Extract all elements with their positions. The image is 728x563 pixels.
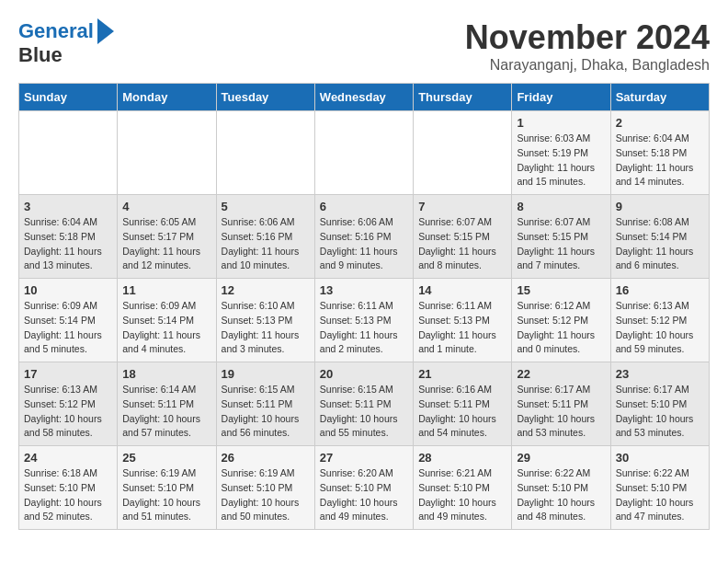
day-info: Sunrise: 6:07 AM Sunset: 5:15 PM Dayligh… (418, 215, 506, 273)
day-number: 10 (24, 283, 112, 297)
day-info: Sunrise: 6:09 AM Sunset: 5:14 PM Dayligh… (122, 299, 210, 357)
calendar-cell: 7Sunrise: 6:07 AM Sunset: 5:15 PM Daylig… (414, 195, 512, 279)
calendar-cell: 2Sunrise: 6:04 AM Sunset: 5:18 PM Daylig… (610, 111, 709, 195)
logo-arrow-icon (97, 18, 114, 44)
day-info: Sunrise: 6:19 AM Sunset: 5:10 PM Dayligh… (122, 466, 210, 524)
calendar-cell: 10Sunrise: 6:09 AM Sunset: 5:14 PM Dayli… (19, 279, 118, 362)
day-info: Sunrise: 6:11 AM Sunset: 5:13 PM Dayligh… (418, 299, 506, 357)
day-info: Sunrise: 6:15 AM Sunset: 5:11 PM Dayligh… (320, 383, 408, 441)
day-number: 3 (24, 200, 112, 213)
logo: General Blue (18, 18, 114, 66)
calendar-cell: 20Sunrise: 6:15 AM Sunset: 5:11 PM Dayli… (314, 362, 413, 446)
calendar-cell (414, 111, 512, 195)
header-thursday: Thursday (414, 84, 512, 111)
header-tuesday: Tuesday (216, 84, 314, 111)
calendar-cell (19, 111, 118, 195)
day-info: Sunrise: 6:05 AM Sunset: 5:17 PM Dayligh… (122, 215, 210, 273)
day-number: 29 (517, 451, 605, 465)
day-number: 20 (320, 367, 408, 381)
calendar-cell: 29Sunrise: 6:22 AM Sunset: 5:10 PM Dayli… (512, 446, 610, 530)
calendar-cell (314, 111, 413, 195)
week-row-4: 17Sunrise: 6:13 AM Sunset: 5:12 PM Dayli… (19, 362, 710, 446)
calendar-cell: 26Sunrise: 6:19 AM Sunset: 5:10 PM Dayli… (216, 446, 314, 530)
calendar-cell: 18Sunrise: 6:14 AM Sunset: 5:11 PM Dayli… (118, 362, 216, 446)
day-number: 1 (517, 116, 605, 130)
calendar-cell: 14Sunrise: 6:11 AM Sunset: 5:13 PM Dayli… (414, 279, 512, 362)
calendar-cell: 6Sunrise: 6:06 AM Sunset: 5:16 PM Daylig… (314, 195, 413, 279)
calendar-cell: 9Sunrise: 6:08 AM Sunset: 5:14 PM Daylig… (610, 195, 709, 279)
day-info: Sunrise: 6:07 AM Sunset: 5:15 PM Dayligh… (517, 215, 605, 273)
day-number: 28 (418, 451, 506, 465)
day-number: 21 (418, 367, 506, 381)
calendar-cell: 27Sunrise: 6:20 AM Sunset: 5:10 PM Dayli… (314, 446, 413, 530)
day-number: 16 (616, 283, 704, 297)
day-info: Sunrise: 6:08 AM Sunset: 5:14 PM Dayligh… (616, 215, 704, 273)
day-info: Sunrise: 6:22 AM Sunset: 5:10 PM Dayligh… (517, 466, 605, 524)
calendar-cell: 1Sunrise: 6:03 AM Sunset: 5:19 PM Daylig… (512, 111, 610, 195)
location-text: Narayanganj, Dhaka, Bangladesh (465, 57, 710, 74)
day-number: 18 (122, 367, 210, 381)
day-number: 2 (616, 116, 704, 130)
calendar-table: SundayMondayTuesdayWednesdayThursdayFrid… (18, 83, 710, 530)
day-number: 15 (517, 283, 605, 297)
day-info: Sunrise: 6:21 AM Sunset: 5:10 PM Dayligh… (418, 466, 506, 524)
header-saturday: Saturday (610, 84, 709, 111)
day-info: Sunrise: 6:18 AM Sunset: 5:10 PM Dayligh… (24, 466, 112, 524)
header-wednesday: Wednesday (314, 84, 413, 111)
week-row-3: 10Sunrise: 6:09 AM Sunset: 5:14 PM Dayli… (19, 279, 710, 362)
calendar-cell: 13Sunrise: 6:11 AM Sunset: 5:13 PM Dayli… (314, 279, 413, 362)
calendar-cell: 4Sunrise: 6:05 AM Sunset: 5:17 PM Daylig… (118, 195, 216, 279)
page-header: General Blue November 2024 Narayanganj, … (18, 18, 710, 74)
day-number: 24 (24, 451, 112, 465)
week-row-5: 24Sunrise: 6:18 AM Sunset: 5:10 PM Dayli… (19, 446, 710, 530)
day-info: Sunrise: 6:17 AM Sunset: 5:11 PM Dayligh… (517, 383, 605, 441)
calendar-cell (118, 111, 216, 195)
title-section: November 2024 Narayanganj, Dhaka, Bangla… (465, 18, 710, 74)
calendar-cell: 11Sunrise: 6:09 AM Sunset: 5:14 PM Dayli… (118, 279, 216, 362)
calendar-cell: 15Sunrise: 6:12 AM Sunset: 5:12 PM Dayli… (512, 279, 610, 362)
calendar-cell: 24Sunrise: 6:18 AM Sunset: 5:10 PM Dayli… (19, 446, 118, 530)
day-info: Sunrise: 6:04 AM Sunset: 5:18 PM Dayligh… (24, 215, 112, 273)
day-number: 25 (122, 451, 210, 465)
day-info: Sunrise: 6:13 AM Sunset: 5:12 PM Dayligh… (24, 383, 112, 441)
weekday-header-row: SundayMondayTuesdayWednesdayThursdayFrid… (19, 84, 710, 111)
day-info: Sunrise: 6:14 AM Sunset: 5:11 PM Dayligh… (122, 383, 210, 441)
calendar-cell: 8Sunrise: 6:07 AM Sunset: 5:15 PM Daylig… (512, 195, 610, 279)
calendar-cell: 19Sunrise: 6:15 AM Sunset: 5:11 PM Dayli… (216, 362, 314, 446)
day-info: Sunrise: 6:13 AM Sunset: 5:12 PM Dayligh… (616, 299, 704, 357)
header-friday: Friday (512, 84, 610, 111)
day-number: 27 (320, 451, 408, 465)
day-number: 5 (222, 200, 310, 213)
day-info: Sunrise: 6:06 AM Sunset: 5:16 PM Dayligh… (320, 215, 408, 273)
calendar-cell: 28Sunrise: 6:21 AM Sunset: 5:10 PM Dayli… (414, 446, 512, 530)
day-number: 19 (222, 367, 310, 381)
day-number: 7 (418, 200, 506, 213)
day-number: 6 (320, 200, 408, 213)
day-info: Sunrise: 6:11 AM Sunset: 5:13 PM Dayligh… (320, 299, 408, 357)
day-info: Sunrise: 6:17 AM Sunset: 5:10 PM Dayligh… (616, 383, 704, 441)
day-number: 12 (222, 283, 310, 297)
day-number: 4 (122, 200, 210, 213)
day-number: 9 (616, 200, 704, 213)
day-info: Sunrise: 6:10 AM Sunset: 5:13 PM Dayligh… (222, 299, 310, 357)
calendar-cell: 16Sunrise: 6:13 AM Sunset: 5:12 PM Dayli… (610, 279, 709, 362)
day-info: Sunrise: 6:20 AM Sunset: 5:10 PM Dayligh… (320, 466, 408, 524)
day-number: 13 (320, 283, 408, 297)
day-number: 8 (517, 200, 605, 213)
day-info: Sunrise: 6:16 AM Sunset: 5:11 PM Dayligh… (418, 383, 506, 441)
header-monday: Monday (118, 84, 216, 111)
day-number: 26 (222, 451, 310, 465)
month-title: November 2024 (465, 18, 710, 57)
calendar-cell: 3Sunrise: 6:04 AM Sunset: 5:18 PM Daylig… (19, 195, 118, 279)
day-info: Sunrise: 6:19 AM Sunset: 5:10 PM Dayligh… (222, 466, 310, 524)
day-info: Sunrise: 6:04 AM Sunset: 5:18 PM Dayligh… (616, 132, 704, 190)
day-number: 14 (418, 283, 506, 297)
day-info: Sunrise: 6:09 AM Sunset: 5:14 PM Dayligh… (24, 299, 112, 357)
calendar-cell: 5Sunrise: 6:06 AM Sunset: 5:16 PM Daylig… (216, 195, 314, 279)
day-number: 17 (24, 367, 112, 381)
header-sunday: Sunday (19, 84, 118, 111)
day-info: Sunrise: 6:22 AM Sunset: 5:10 PM Dayligh… (616, 466, 704, 524)
calendar-cell: 30Sunrise: 6:22 AM Sunset: 5:10 PM Dayli… (610, 446, 709, 530)
calendar-cell: 21Sunrise: 6:16 AM Sunset: 5:11 PM Dayli… (414, 362, 512, 446)
calendar-cell: 12Sunrise: 6:10 AM Sunset: 5:13 PM Dayli… (216, 279, 314, 362)
